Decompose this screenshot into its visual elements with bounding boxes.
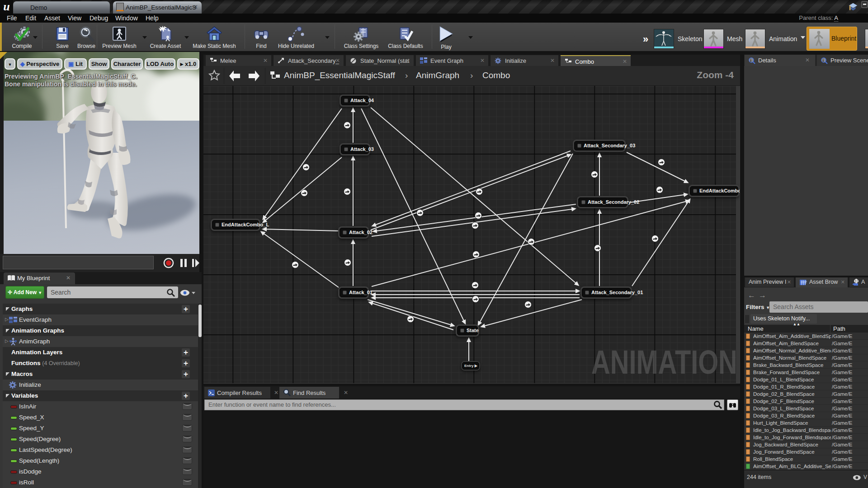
svg-text:i: i bbox=[823, 58, 824, 63]
svg-text:i: i bbox=[750, 58, 752, 63]
